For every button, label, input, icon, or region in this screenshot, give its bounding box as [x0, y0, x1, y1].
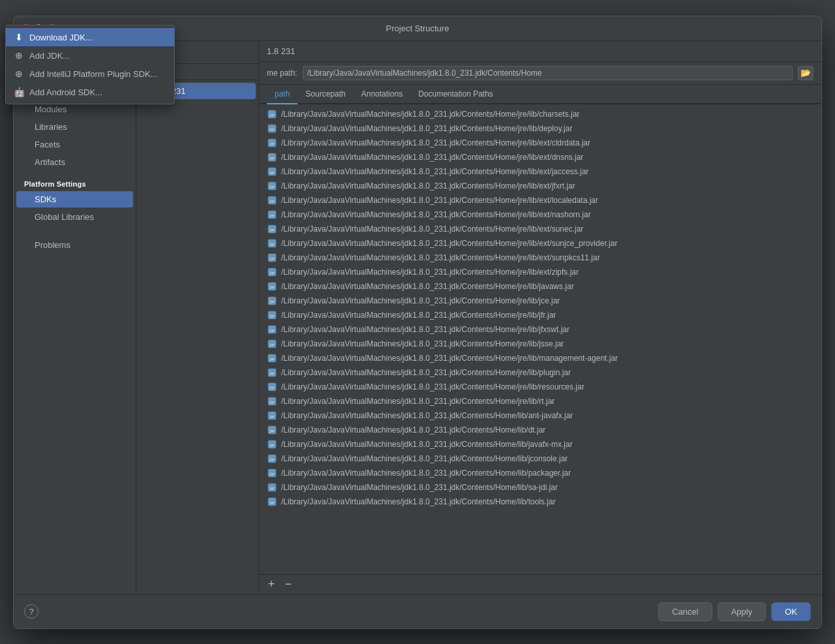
tab-sourcepath[interactable]: Sourcepath [297, 85, 353, 104]
menu-item-download-jdk[interactable]: ⬇ Download JDK... [14, 41, 174, 47]
jar-icon: jar [267, 482, 277, 493]
svg-text:jar: jar [269, 428, 275, 433]
jar-icon: jar [267, 310, 277, 320]
list-item[interactable]: jar /Library/Java/JavaVirtualMachines/jd… [259, 121, 821, 136]
list-item[interactable]: jar /Library/Java/JavaVirtualMachines/jd… [259, 408, 821, 423]
jar-icon: jar [267, 497, 277, 507]
list-item[interactable]: jar /Library/Java/JavaVirtualMachines/jd… [259, 150, 821, 164]
classpath-item-path: /Library/Java/JavaVirtualMachines/jdk1.8… [281, 411, 573, 420]
list-item[interactable]: jar /Library/Java/JavaVirtualMachines/jd… [259, 164, 821, 179]
menu-item-add-android-sdk[interactable]: 🤖 Add Android SDK... [14, 83, 174, 101]
svg-text:jar: jar [269, 371, 275, 375]
classpath-add-button[interactable]: + [264, 577, 279, 592]
list-item[interactable]: jar /Library/Java/JavaVirtualMachines/jd… [259, 452, 821, 466]
list-item[interactable]: jar /Library/Java/JavaVirtualMachines/jd… [259, 294, 821, 308]
jar-icon: jar [267, 439, 277, 450]
classpath-item-path: /Library/Java/JavaVirtualMachines/jdk1.8… [281, 483, 558, 492]
menu-item-add-jdk[interactable]: ⊕ Add JDK... [14, 46, 174, 65]
jar-icon: jar [267, 296, 277, 306]
jar-icon: jar [267, 224, 277, 234]
list-item[interactable]: jar /Library/Java/JavaVirtualMachines/jd… [259, 437, 821, 452]
tab-annotations[interactable]: Annotations [354, 85, 410, 104]
sidebar-item-artifacts[interactable]: Artifacts [16, 154, 133, 170]
classpath-item-path: /Library/Java/JavaVirtualMachines/jdk1.8… [281, 167, 588, 176]
menu-item-add-intellij-sdk[interactable]: ⊕ Add IntelliJ Platform Plugin SDK... [14, 65, 174, 83]
svg-text:jar: jar [269, 471, 275, 476]
tab-documentation[interactable]: Documentation Paths [410, 85, 501, 104]
list-item[interactable]: jar /Library/Java/JavaVirtualMachines/jd… [259, 265, 821, 279]
list-item[interactable]: jar /Library/Java/JavaVirtualMachines/jd… [259, 365, 821, 380]
cancel-button[interactable]: Cancel [658, 602, 712, 621]
sidebar-item-libraries[interactable]: Libraries [16, 119, 133, 135]
add-android-sdk-icon: 🤖 [14, 87, 24, 97]
svg-text:jar: jar [269, 270, 275, 275]
sidebar-item-problems[interactable]: Problems [16, 237, 133, 253]
svg-text:jar: jar [269, 184, 275, 189]
jar-icon: jar [267, 453, 277, 464]
folder-icon: 📂 [800, 68, 811, 78]
list-item[interactable]: jar /Library/Java/JavaVirtualMachines/jd… [259, 251, 821, 265]
classpath-item-path: /Library/Java/JavaVirtualMachines/jdk1.8… [281, 296, 560, 305]
svg-text:jar: jar [269, 414, 275, 418]
list-item[interactable]: jar /Library/Java/JavaVirtualMachines/jd… [259, 495, 821, 509]
svg-text:jar: jar [269, 127, 275, 131]
list-item[interactable]: jar /Library/Java/JavaVirtualMachines/jd… [259, 308, 821, 322]
apply-button[interactable]: Apply [718, 602, 767, 621]
jar-icon: jar [267, 166, 277, 177]
help-button[interactable]: ? [24, 604, 38, 619]
list-item[interactable]: jar /Library/Java/JavaVirtualMachines/jd… [259, 380, 821, 394]
action-buttons: Cancel Apply OK [658, 602, 811, 621]
jar-icon: jar [267, 396, 277, 406]
list-item[interactable]: jar /Library/Java/JavaVirtualMachines/jd… [259, 351, 821, 365]
svg-text:jar: jar [269, 256, 275, 260]
project-structure-window: Project Structure ← → Project Settings P… [13, 16, 822, 629]
list-item[interactable]: jar /Library/Java/JavaVirtualMachines/jd… [259, 423, 821, 437]
list-item[interactable]: jar /Library/Java/JavaVirtualMachines/jd… [259, 480, 821, 495]
sidebar-item-facets[interactable]: Facets [16, 136, 133, 153]
sdk-tabs-row: path Sourcepath Annotations Documentatio… [259, 85, 821, 104]
list-item[interactable]: jar /Library/Java/JavaVirtualMachines/jd… [259, 394, 821, 408]
sidebar-item-global-libraries[interactable]: Global Libraries [16, 209, 133, 225]
jar-icon: jar [267, 468, 277, 478]
classpath-item-path: /Library/Java/JavaVirtualMachines/jdk1.8… [281, 311, 556, 320]
jar-icon: jar [267, 324, 277, 335]
sdk-home-input[interactable] [303, 66, 793, 80]
classpath-item-path: /Library/Java/JavaVirtualMachines/jdk1.8… [281, 210, 591, 219]
list-item[interactable]: jar /Library/Java/JavaVirtualMachines/jd… [259, 337, 821, 351]
list-item[interactable]: jar /Library/Java/JavaVirtualMachines/jd… [259, 179, 821, 193]
jar-icon: jar [267, 253, 277, 263]
classpath-remove-button[interactable]: − [281, 577, 296, 592]
jar-icon: jar [267, 382, 277, 392]
svg-text:jar: jar [269, 313, 275, 318]
classpath-item-path: /Library/Java/JavaVirtualMachines/jdk1.8… [281, 339, 564, 348]
ok-button[interactable]: OK [771, 602, 811, 621]
classpath-item-path: /Library/Java/JavaVirtualMachines/jdk1.8… [281, 138, 590, 147]
jar-icon: jar [267, 339, 277, 349]
jar-icon: jar [267, 367, 277, 378]
list-item[interactable]: jar /Library/Java/JavaVirtualMachines/jd… [259, 222, 821, 236]
jar-icon: jar [267, 410, 277, 421]
sdk-home-folder-button[interactable]: 📂 [798, 66, 813, 80]
classpath-item-path: /Library/Java/JavaVirtualMachines/jdk1.8… [281, 354, 618, 363]
jar-icon: jar [267, 109, 277, 119]
list-item[interactable]: jar /Library/Java/JavaVirtualMachines/jd… [259, 207, 821, 222]
list-item[interactable]: jar /Library/Java/JavaVirtualMachines/jd… [259, 466, 821, 480]
list-item[interactable]: jar /Library/Java/JavaVirtualMachines/jd… [259, 136, 821, 150]
jar-icon: jar [267, 138, 277, 148]
sidebar-item-sdks[interactable]: SDKs [16, 191, 133, 207]
svg-text:jar: jar [269, 141, 275, 146]
classpath-item-path: /Library/Java/JavaVirtualMachines/jdk1.8… [281, 268, 579, 277]
jar-icon: jar [267, 152, 277, 162]
list-item[interactable]: jar /Library/Java/JavaVirtualMachines/jd… [259, 322, 821, 337]
classpath-item-path: /Library/Java/JavaVirtualMachines/jdk1.8… [281, 497, 556, 506]
tab-classpath[interactable]: path [267, 85, 297, 104]
svg-text:jar: jar [269, 227, 275, 232]
jar-icon: jar [267, 181, 277, 191]
list-item[interactable]: jar /Library/Java/JavaVirtualMachines/jd… [259, 279, 821, 294]
classpath-item-path: /Library/Java/JavaVirtualMachines/jdk1.8… [281, 110, 579, 119]
list-item[interactable]: jar /Library/Java/JavaVirtualMachines/jd… [259, 107, 821, 121]
svg-text:jar: jar [269, 457, 275, 461]
list-item[interactable]: jar /Library/Java/JavaVirtualMachines/jd… [259, 236, 821, 251]
classpath-list[interactable]: jar /Library/Java/JavaVirtualMachines/jd… [259, 104, 821, 574]
list-item[interactable]: jar /Library/Java/JavaVirtualMachines/jd… [259, 193, 821, 207]
